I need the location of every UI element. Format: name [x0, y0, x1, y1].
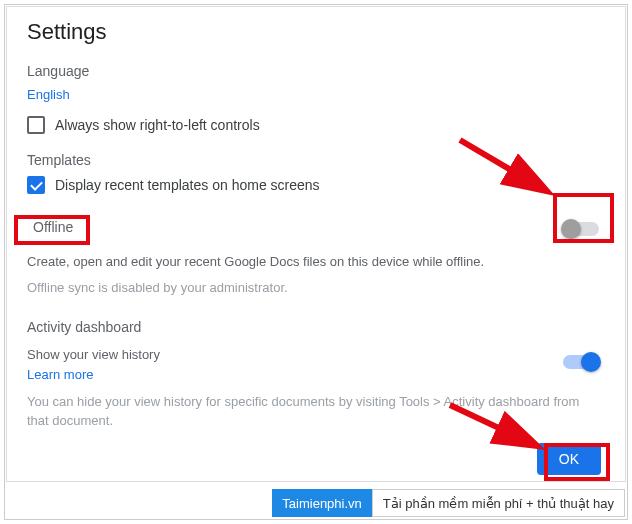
highlight-offline-label: [14, 215, 90, 245]
activity-show-history: Show your view history: [27, 345, 160, 365]
toggle-knob-icon: [581, 352, 601, 372]
templates-checkbox-row[interactable]: Display recent templates on home screens: [27, 176, 605, 194]
activity-toggle[interactable]: [563, 355, 599, 369]
learn-more-link[interactable]: Learn more: [27, 367, 160, 382]
page-title: Settings: [27, 19, 605, 45]
rtl-checkbox[interactable]: [27, 116, 45, 134]
templates-checkbox-label: Display recent templates on home screens: [55, 177, 320, 193]
highlight-offline-toggle: [553, 193, 614, 243]
rtl-checkbox-row[interactable]: Always show right-to-left controls: [27, 116, 605, 134]
templates-checkbox[interactable]: [27, 176, 45, 194]
language-value[interactable]: English: [27, 87, 605, 102]
offline-disabled-note: Offline sync is disabled by your adminis…: [27, 278, 605, 298]
footer-bar: Taimienphi.vn Tải phần mềm miễn phí + th…: [272, 489, 625, 517]
rtl-checkbox-label: Always show right-to-left controls: [55, 117, 260, 133]
language-header: Language: [27, 63, 605, 79]
footer-brand[interactable]: Taimienphi.vn: [272, 489, 372, 517]
templates-header: Templates: [27, 152, 605, 168]
offline-desc: Create, open and edit your recent Google…: [27, 252, 605, 272]
footer-tagline: Tải phần mềm miễn phí + thủ thuật hay: [372, 489, 625, 517]
settings-dialog: Settings Language English Always show ri…: [6, 6, 626, 482]
highlight-ok-button: [544, 443, 610, 481]
activity-header: Activity dashboard: [27, 319, 605, 335]
activity-note: You can hide your view history for speci…: [27, 392, 587, 431]
